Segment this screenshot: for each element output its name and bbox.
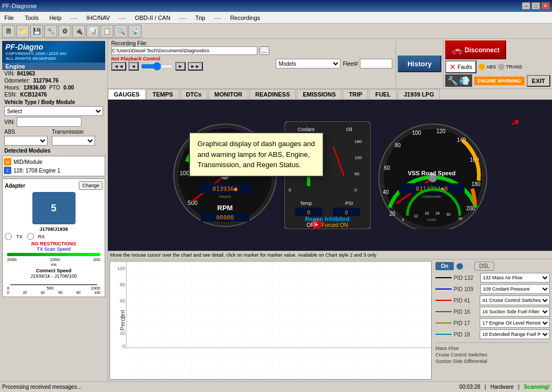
menu-help[interactable]: Help bbox=[47, 13, 64, 22]
vin-row: VIN: 841963 bbox=[2, 70, 105, 77]
module-item-0[interactable]: M MID/Module bbox=[4, 157, 104, 166]
no-restrictions-label: NO RESTRICTIONS bbox=[5, 241, 103, 246]
tick2-20: 20 bbox=[23, 291, 27, 294]
svg-text:Volts: Volts bbox=[427, 217, 436, 222]
toolbar-btn-1[interactable]: 🖹 bbox=[2, 25, 15, 38]
detected-pid-labels: Mass Flow Cruise Control Switches Suctio… bbox=[435, 342, 550, 365]
pid-select-4[interactable]: 17 Engine Oil Level Remote Reservoir bbox=[480, 318, 550, 328]
pid-select-5[interactable]: 18 Extended Range Fuel Pressure bbox=[480, 329, 550, 339]
toolbar-btn-6[interactable]: 🔌 bbox=[72, 25, 85, 38]
toolbar-btn-4[interactable]: 🔧 bbox=[44, 25, 57, 38]
menu-tools[interactable]: Tools bbox=[23, 13, 41, 22]
fleet-input[interactable] bbox=[360, 59, 392, 68]
pid-label-4: PID 17 bbox=[454, 320, 478, 326]
tab-fuel[interactable]: FUEL bbox=[369, 89, 397, 99]
menu-recordings[interactable]: Recordings bbox=[228, 13, 262, 22]
toolbar-btn-3[interactable]: 💾 bbox=[30, 25, 43, 38]
tab-temps[interactable]: TEMPS bbox=[147, 89, 179, 99]
bottom-section: Percent 100 80 60 40 20 0 bbox=[108, 259, 552, 381]
tab-monitor[interactable]: MONITOR bbox=[208, 89, 248, 99]
pid-select-1[interactable]: 109 Coolant Pressure bbox=[480, 284, 550, 294]
tx-radio[interactable] bbox=[5, 233, 12, 240]
detected-modules-label: Detected Modules bbox=[2, 147, 105, 155]
speed-slider: 0 500 1000 bbox=[5, 280, 103, 291]
tab-trip[interactable]: TRIP bbox=[343, 89, 368, 99]
toolbar-btn-7[interactable]: 📊 bbox=[86, 25, 99, 38]
pid-label-1: PID 109 bbox=[454, 286, 478, 292]
transmission-select[interactable] bbox=[52, 136, 95, 146]
vin-input[interactable] bbox=[17, 117, 81, 127]
pid-line-1 bbox=[435, 288, 452, 290]
status-bar: Processing received messages... 00:03:28… bbox=[0, 381, 552, 392]
menu-obd2[interactable]: OBD-II / CAN bbox=[133, 13, 173, 22]
close-button[interactable]: ✕ bbox=[541, 2, 550, 10]
abs-select[interactable] bbox=[4, 136, 47, 146]
svg-rect-63 bbox=[126, 262, 431, 379]
status-sep2: | bbox=[518, 384, 520, 390]
faults-abs-row: ✕ Faults ABS TRANS bbox=[445, 60, 550, 73]
faults-button[interactable]: ✕ Faults bbox=[445, 60, 476, 73]
pid-row-5: PID 18 18 Extended Range Fuel Pressure bbox=[435, 329, 550, 339]
tick2-80: 80 bbox=[76, 291, 80, 294]
svg-text:40: 40 bbox=[120, 314, 125, 320]
pid-select-3[interactable]: 16 Suction Side Fuel Filter Differential… bbox=[480, 307, 550, 317]
playback-slider[interactable] bbox=[141, 62, 173, 71]
exit-button[interactable]: EXIT bbox=[527, 75, 550, 87]
models-select[interactable]: Models bbox=[276, 59, 340, 68]
pid-line-5 bbox=[435, 334, 452, 335]
play-btn[interactable]: ◄◄ bbox=[111, 62, 126, 71]
browse-button[interactable]: ... bbox=[260, 46, 269, 55]
menu-ihcnav[interactable]: IHC/NAV bbox=[84, 13, 112, 22]
prev-btn[interactable]: ◄ bbox=[128, 62, 139, 71]
svg-text:12: 12 bbox=[414, 214, 418, 218]
tab-dtcs[interactable]: DTCs bbox=[180, 89, 208, 99]
pid-row-3: PID 16 16 Suction Side Fuel Filter Diffe… bbox=[435, 307, 550, 317]
svg-text:120: 120 bbox=[436, 128, 445, 134]
esn-row: ESN: KCB12476 bbox=[2, 91, 105, 98]
tooltip-text: Graphical display of dash gauges andand … bbox=[197, 140, 315, 169]
speed-ticks2: 0 20 40 60 80 100 bbox=[5, 291, 103, 294]
svg-text:100: 100 bbox=[117, 266, 125, 271]
pid-select-0[interactable]: 132 Mass Air Flow bbox=[480, 273, 550, 283]
menu-trip[interactable]: Trip bbox=[193, 13, 208, 22]
tick2-100: 100 bbox=[94, 291, 100, 294]
disconnect-button[interactable]: 🚗 Disconnect bbox=[445, 40, 506, 59]
maximize-button[interactable]: □ bbox=[531, 2, 540, 10]
tab-readiness[interactable]: READINESS bbox=[249, 89, 296, 99]
toolbar-btn-8[interactable]: 📋 bbox=[100, 25, 113, 38]
rx-radio[interactable] bbox=[27, 233, 34, 240]
on-toggle-button[interactable]: On bbox=[435, 262, 454, 270]
tab-gauges[interactable]: GAUGES bbox=[108, 89, 146, 99]
history-button[interactable]: History bbox=[398, 56, 441, 72]
tab-emissions[interactable]: EMISSIONS bbox=[297, 89, 342, 99]
toolbar-btn-10[interactable]: 📡 bbox=[128, 25, 141, 38]
svg-text:80: 80 bbox=[120, 282, 125, 287]
toolbar-btn-5[interactable]: ⚙ bbox=[58, 25, 71, 38]
toolbar-btn-2[interactable]: 📁 bbox=[16, 25, 29, 38]
module-item-1[interactable]: 1 128: 1708 Engine 1 bbox=[4, 166, 104, 175]
regen-off-on-row: OFF Forced ON bbox=[284, 222, 371, 228]
svg-text:30: 30 bbox=[446, 212, 451, 216]
end-btn[interactable]: ►► bbox=[188, 62, 203, 71]
tab-j1939lpg[interactable]: J1939 LPG bbox=[398, 89, 440, 99]
pid-select-2[interactable]: 41 Cruise Control Switches Status bbox=[480, 295, 550, 305]
vehicle-type-select[interactable]: Select bbox=[4, 106, 103, 116]
speed-gauge-svg: 20 40 60 80 100 120 140 160 180 200 bbox=[376, 121, 489, 229]
next-btn[interactable]: ► bbox=[175, 62, 186, 71]
abs-combo-label: ABS bbox=[4, 129, 47, 135]
toggle-switch[interactable] bbox=[456, 263, 472, 270]
regen-forced-label: Forced ON bbox=[322, 222, 348, 228]
hours-value: 13936.00 bbox=[23, 85, 46, 91]
chart-svg: 100 80 60 40 20 0 bbox=[110, 262, 431, 379]
change-button[interactable]: Change bbox=[79, 181, 103, 190]
svg-text:80: 80 bbox=[394, 142, 401, 148]
toolbar-btn-9[interactable]: 🔍 bbox=[114, 25, 127, 38]
engine-icon-area: 🔧 💨 bbox=[445, 74, 472, 87]
pid-row-2: PID 41 41 Cruise Control Switches Status bbox=[435, 295, 550, 305]
recording-path-input[interactable] bbox=[111, 46, 257, 55]
esn-label: ESN: bbox=[4, 92, 17, 98]
minimize-button[interactable]: ─ bbox=[522, 2, 530, 10]
menu-file[interactable]: File bbox=[2, 13, 16, 22]
dsl-toggle-button[interactable]: DSL bbox=[474, 262, 494, 271]
suction-side-label: Suction Side Differential bbox=[435, 358, 550, 365]
